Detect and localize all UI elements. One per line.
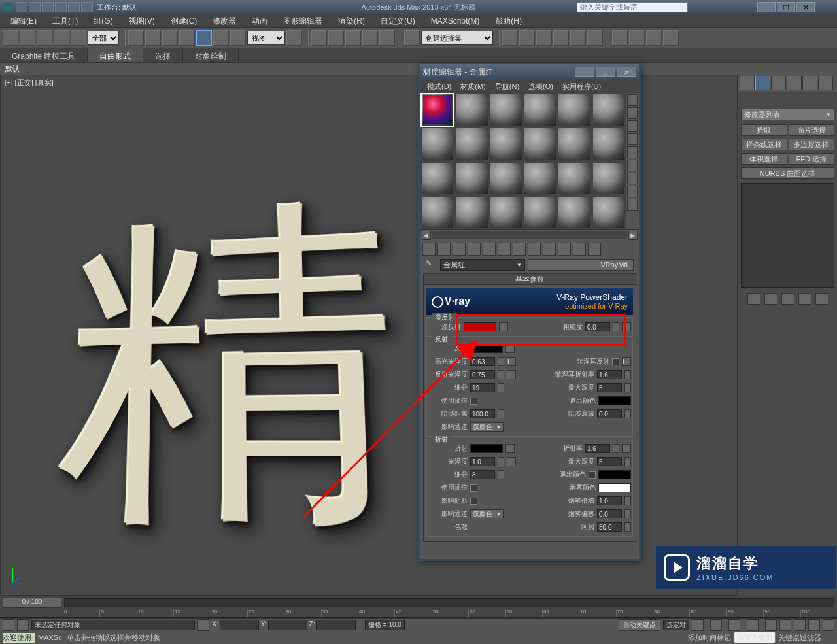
viewport-nav-icon[interactable] <box>808 619 820 631</box>
roughness-spinner[interactable]: 0.0 <box>585 322 610 331</box>
ribbon-tab-selection[interactable]: 选择 <box>143 48 183 62</box>
sample-slot[interactable] <box>489 161 523 195</box>
graphite-toggle-button[interactable] <box>553 30 569 46</box>
qat-link-icon[interactable] <box>81 2 93 12</box>
reflect-map-button[interactable] <box>505 344 515 353</box>
spinner-snap-button[interactable] <box>379 30 395 46</box>
diffuse-color-swatch[interactable] <box>464 322 496 331</box>
video-check-icon[interactable] <box>627 146 638 158</box>
sample-slot[interactable] <box>489 195 523 229</box>
sample-slot[interactable] <box>454 127 488 161</box>
coord-z-input[interactable] <box>316 620 356 630</box>
ior-spinner[interactable]: 1.6 <box>585 444 610 453</box>
go-parent-icon[interactable] <box>573 243 586 256</box>
fogbias-spinner[interactable]: 0.0 <box>597 509 622 518</box>
viewcube[interactable] <box>698 78 734 114</box>
select-by-name-button[interactable] <box>145 30 161 46</box>
play-icon[interactable] <box>728 619 740 631</box>
stack-unique-icon[interactable] <box>781 293 794 305</box>
search-input[interactable] <box>577 2 688 12</box>
align-button[interactable] <box>519 30 535 46</box>
sample-slot[interactable] <box>489 127 523 161</box>
qat-new-icon[interactable] <box>16 2 27 12</box>
refract-gloss-map[interactable] <box>507 457 516 466</box>
sample-slot[interactable] <box>523 195 557 229</box>
fogmult-spinner[interactable]: 1.0 <box>597 496 622 505</box>
background-icon[interactable] <box>627 120 638 132</box>
unlink-button[interactable] <box>54 30 69 46</box>
menu-rendering[interactable]: 渲染(R) <box>332 14 371 28</box>
stack-show-icon[interactable] <box>764 293 777 305</box>
spinner-buttons[interactable] <box>498 470 504 479</box>
render-button[interactable] <box>663 30 679 46</box>
modify-btn-spline[interactable]: 样条线选择 <box>741 139 787 150</box>
select-by-mat-icon[interactable] <box>627 186 638 197</box>
sample-slot[interactable] <box>557 161 591 195</box>
ribbon-tab-freeform[interactable]: 自由形式 <box>88 48 143 62</box>
get-material-icon[interactable] <box>422 243 436 256</box>
selection-filter-dropdown[interactable]: 全部 <box>88 31 119 45</box>
qat-undo-icon[interactable] <box>55 2 67 12</box>
material-maximize-button[interactable]: □ <box>596 67 615 77</box>
link-button[interactable] <box>37 30 52 46</box>
modify-btn-vol[interactable]: 体积选择 <box>741 153 787 165</box>
affect-channel-dropdown[interactable]: 仅颜色 <box>470 422 504 432</box>
app-icon[interactable] <box>3 2 13 12</box>
motion-tab-icon[interactable] <box>787 76 802 90</box>
stack-pin-icon[interactable] <box>747 293 760 305</box>
material-close-button[interactable]: ✕ <box>617 67 636 77</box>
menu-views[interactable]: 视图(V) <box>122 14 162 28</box>
sample-slot[interactable] <box>592 93 626 127</box>
make-copy-icon[interactable] <box>483 243 496 256</box>
spinner-buttons[interactable] <box>498 370 504 379</box>
menu-customize[interactable]: 自定义(U) <box>374 14 422 28</box>
dimfall-spinner[interactable]: 0.0 <box>597 409 622 418</box>
workspace-dropdown[interactable]: 工作台: 默认 <box>97 3 137 12</box>
snap-toggle-button[interactable] <box>328 30 344 46</box>
window-crossing-button[interactable] <box>179 30 195 46</box>
next-frame-icon[interactable] <box>747 619 759 631</box>
named-sets-edit-button[interactable] <box>404 30 420 46</box>
modify-btn-poly[interactable]: 多边形选择 <box>789 139 835 150</box>
bind-spacewarp-button[interactable] <box>71 30 86 46</box>
spinner-buttons[interactable] <box>624 370 631 379</box>
material-minimize-button[interactable]: — <box>575 67 594 77</box>
manipulate-button[interactable] <box>311 30 327 46</box>
sample-slot[interactable] <box>592 127 626 161</box>
hierarchy-tab-icon[interactable] <box>771 76 786 90</box>
spinner-buttons[interactable] <box>498 383 504 392</box>
reflect-color-swatch[interactable] <box>470 344 503 353</box>
coord-y-input[interactable] <box>268 620 307 630</box>
maxscript-badge[interactable]: MAXSc <box>38 634 64 641</box>
refr-exit-swatch[interactable] <box>598 470 631 479</box>
layers-button[interactable] <box>536 30 552 46</box>
refr-interp-checkbox[interactable] <box>470 484 477 492</box>
listener-icon[interactable] <box>17 619 29 631</box>
viewport-nav-icon[interactable] <box>779 619 791 631</box>
material-menu-modes[interactable]: 模式(D) <box>423 80 455 93</box>
sample-slot[interactable] <box>489 93 523 127</box>
utilities-tab-icon[interactable] <box>818 76 833 90</box>
minimize-button[interactable]: — <box>757 2 776 12</box>
mirror-button[interactable] <box>502 30 518 46</box>
diffuse-map-button[interactable] <box>499 322 508 331</box>
material-id-icon[interactable] <box>528 243 541 256</box>
selection-region-button[interactable] <box>162 30 178 46</box>
schematic-view-button[interactable] <box>587 30 603 46</box>
make-unique-icon[interactable] <box>498 243 511 256</box>
spinner-buttons[interactable] <box>613 322 619 331</box>
stack-config-icon[interactable] <box>815 293 828 305</box>
exchange-icon[interactable] <box>708 2 719 12</box>
ior-map-button[interactable] <box>622 444 631 453</box>
refract-maxdepth-spinner[interactable]: 5 <box>597 457 622 466</box>
lock-button[interactable]: L <box>507 357 516 366</box>
spinner-buttons[interactable] <box>498 409 504 418</box>
percent-snap-button[interactable] <box>362 30 378 46</box>
key-filters-button[interactable]: 关键点过滤器 <box>778 633 821 643</box>
sample-slot[interactable] <box>420 161 454 195</box>
exit-color-checkbox[interactable] <box>589 471 596 479</box>
spinner-buttons[interactable] <box>624 509 631 518</box>
qat-redo-icon[interactable] <box>68 2 80 12</box>
material-editor-button[interactable] <box>612 30 628 46</box>
modify-btn-pick[interactable]: 拾取 <box>741 124 787 136</box>
